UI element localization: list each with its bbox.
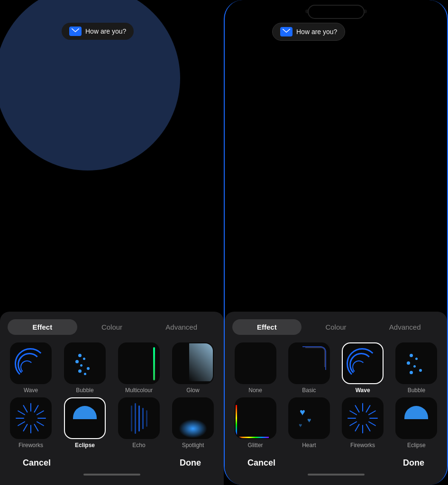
right-label-none: None bbox=[248, 387, 262, 394]
left-tab-effect[interactable]: Effect bbox=[8, 319, 77, 335]
left-effect-glow[interactable]: Glow bbox=[168, 342, 218, 394]
left-thumb-multicolour bbox=[118, 342, 160, 384]
left-notification-pill[interactable]: How are you? bbox=[62, 23, 134, 40]
right-effect-fireworks[interactable]: Fireworks bbox=[338, 397, 388, 449]
right-tab-colour[interactable]: Colour bbox=[302, 319, 371, 335]
left-bottom-buttons: Cancel Done bbox=[6, 449, 218, 470]
left-effect-multicolour[interactable]: Multicolour bbox=[114, 342, 164, 394]
right-label-eclipse: Eclipse bbox=[407, 442, 426, 449]
left-bottom-sheet: Effect Colour Advanced Wave bbox=[0, 312, 224, 485]
right-notification-text: How are you? bbox=[296, 28, 337, 36]
right-tab-bar: Effect Colour Advanced bbox=[230, 319, 441, 335]
mail-icon-left bbox=[69, 27, 82, 36]
left-cancel-button[interactable]: Cancel bbox=[15, 456, 58, 470]
left-effect-wave[interactable]: Wave bbox=[6, 342, 56, 394]
left-effect-spotlight[interactable]: Spotlight bbox=[168, 397, 218, 449]
right-label-bubble: Bubble bbox=[408, 387, 425, 394]
left-effect-bubble[interactable]: Bubble bbox=[60, 342, 110, 394]
left-thumb-spotlight bbox=[172, 397, 214, 439]
right-label-fireworks: Fireworks bbox=[350, 442, 375, 449]
left-thumb-wave bbox=[10, 342, 52, 384]
right-thumb-glitter bbox=[235, 397, 276, 439]
right-bottom-buttons: Cancel Done bbox=[230, 449, 441, 470]
right-tab-advanced[interactable]: Advanced bbox=[370, 319, 439, 335]
right-effect-glitter[interactable]: Glitter bbox=[230, 397, 280, 449]
right-notification-pill[interactable]: How are you? bbox=[272, 23, 345, 41]
right-panel: How are you? Effect Colour Advanced None bbox=[224, 0, 448, 485]
left-label-wave: Wave bbox=[24, 387, 38, 394]
left-label-multicolour: Multicolour bbox=[125, 387, 153, 394]
left-tab-colour[interactable]: Colour bbox=[77, 319, 147, 335]
left-label-glow: Glow bbox=[186, 387, 199, 394]
left-label-echo: Echo bbox=[132, 442, 145, 449]
right-effect-wave[interactable]: Wave bbox=[338, 342, 388, 394]
right-label-wave: Wave bbox=[356, 387, 370, 394]
right-thumb-heart: ♥ ♥ ♥ bbox=[288, 397, 330, 439]
camera-pill bbox=[308, 5, 365, 19]
left-effect-eclipse[interactable]: Eclipse bbox=[60, 397, 110, 449]
right-thumb-none bbox=[235, 342, 276, 384]
right-effect-basic[interactable]: Basic bbox=[284, 342, 334, 394]
right-thumb-fireworks bbox=[342, 397, 384, 439]
right-effect-heart[interactable]: ♥ ♥ ♥ Heart bbox=[284, 397, 334, 449]
left-thumb-glow bbox=[172, 342, 214, 384]
left-thumb-echo bbox=[118, 397, 160, 439]
left-home-bar bbox=[83, 474, 140, 476]
right-home-bar bbox=[308, 474, 365, 476]
right-cancel-button[interactable]: Cancel bbox=[240, 456, 283, 470]
left-notification-text: How are you? bbox=[85, 27, 126, 35]
right-effect-eclipse[interactable]: Eclipse bbox=[392, 397, 441, 449]
right-bottom-sheet: Effect Colour Advanced None Basic bbox=[225, 312, 447, 485]
right-label-heart: Heart bbox=[302, 442, 316, 449]
left-panel: How are you? Effect Colour Advanced Wave bbox=[0, 0, 224, 485]
right-effect-none[interactable]: None bbox=[230, 342, 280, 394]
left-tab-advanced[interactable]: Advanced bbox=[146, 319, 216, 335]
left-done-button[interactable]: Done bbox=[172, 456, 209, 470]
right-thumb-bubble bbox=[395, 342, 437, 384]
right-effect-bubble[interactable]: Bubble bbox=[392, 342, 441, 394]
left-effect-echo[interactable]: Echo bbox=[114, 397, 164, 449]
right-thumb-basic bbox=[288, 342, 330, 384]
left-tab-bar: Effect Colour Advanced bbox=[6, 319, 218, 335]
left-label-fireworks: Fireworks bbox=[18, 442, 43, 449]
left-label-eclipse: Eclipse bbox=[75, 442, 95, 449]
left-effects-grid: Wave Bubble bbox=[6, 342, 218, 449]
left-label-spotlight: Spotlight bbox=[182, 442, 204, 449]
right-effects-grid: None Basic Wave bbox=[230, 342, 441, 449]
right-label-glitter: Glitter bbox=[248, 442, 263, 449]
left-thumb-eclipse bbox=[64, 397, 106, 439]
left-thumb-bubble bbox=[64, 342, 106, 384]
left-thumb-fireworks bbox=[10, 397, 52, 439]
left-effect-fireworks[interactable]: Fireworks bbox=[6, 397, 56, 449]
right-done-button[interactable]: Done bbox=[395, 456, 432, 470]
right-thumb-wave bbox=[342, 342, 384, 384]
right-thumb-eclipse bbox=[395, 397, 437, 439]
mail-icon-right bbox=[280, 27, 293, 36]
right-label-basic: Basic bbox=[302, 387, 316, 394]
left-label-bubble: Bubble bbox=[76, 387, 93, 394]
right-tab-effect[interactable]: Effect bbox=[232, 319, 302, 335]
